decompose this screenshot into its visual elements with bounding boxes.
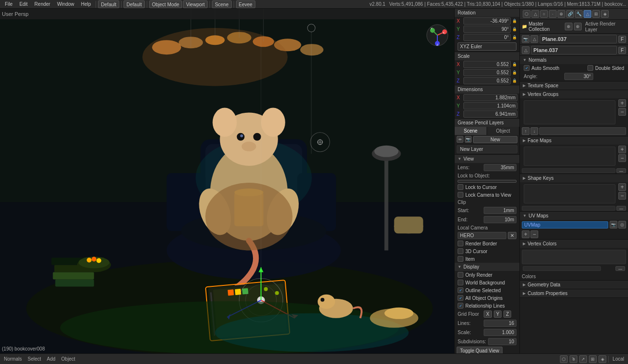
rotation-mode-select[interactable]: XYZ Euler (458, 42, 516, 51)
auto-smooth-cb[interactable] (524, 65, 530, 71)
icon-vertex[interactable]: ◈ (601, 10, 609, 18)
all-origins-cb[interactable] (458, 295, 463, 301)
grid-subdiv-value[interactable]: 10 (488, 338, 516, 345)
icon-data[interactable]: △ (584, 10, 591, 18)
lock-cursor-cb[interactable] (458, 184, 463, 190)
vc-bar-right[interactable]: — (615, 266, 625, 271)
vertex-groups-up[interactable]: ↑ (522, 127, 530, 135)
outline-sel-cb[interactable] (458, 287, 463, 293)
menu-render[interactable]: Render (31, 0, 53, 9)
scale-z-lock[interactable]: 🔒 (512, 78, 517, 84)
bottom-icon-4[interactable]: ⊞ (589, 355, 597, 363)
new-layer-row[interactable]: New Layer (457, 145, 517, 153)
badge-scene2[interactable]: Scene (212, 0, 231, 8)
rotation-x-lock[interactable]: 🔒 (512, 18, 517, 24)
item-cb[interactable] (458, 256, 463, 262)
icon-modifiers[interactable]: 🔧 (575, 10, 583, 18)
bottom-add[interactable]: Add (45, 356, 57, 362)
shape-keys-remove[interactable]: − (618, 192, 626, 200)
scale-header[interactable]: Scale (455, 52, 519, 60)
grid-x-btn[interactable]: X (484, 310, 492, 318)
dim-z-value[interactable]: 6.941mm (463, 110, 517, 118)
bottom-icon-3[interactable]: ↗ (579, 355, 587, 363)
object-name[interactable]: Plane.037 (540, 35, 617, 43)
uvmap-remove[interactable]: − (530, 230, 538, 238)
view-header[interactable]: ▼ View (455, 155, 519, 163)
rotation-z-lock[interactable]: 🔒 (512, 35, 517, 40)
face-maps-list[interactable] (524, 147, 615, 166)
bottom-view[interactable]: Normals (2, 356, 24, 362)
menu-window[interactable]: Window (54, 0, 77, 9)
dim-x-value[interactable]: 1.882mm (463, 94, 517, 101)
new-btn[interactable]: New (473, 136, 517, 143)
relationship-cb[interactable] (458, 303, 463, 309)
scale-y-value[interactable]: 0.552 (463, 69, 511, 76)
vertex-groups-add[interactable]: + (618, 99, 626, 107)
icon-object[interactable]: ⬡ (523, 10, 530, 18)
menu-edit[interactable]: Edit (16, 0, 30, 9)
vertex-groups-down[interactable]: ↓ (530, 127, 538, 135)
camera-icon-gp[interactable]: 📷 (465, 136, 472, 143)
face-maps-remove[interactable]: − (618, 154, 626, 162)
face-maps-add[interactable]: + (618, 146, 626, 153)
pencil-icon[interactable]: ✏ (457, 136, 463, 143)
lock-object-select[interactable] (458, 180, 516, 183)
rotation-x-value[interactable]: -36.499° (463, 17, 511, 25)
obj-icon-cam[interactable]: 📷 (522, 35, 530, 43)
rotation-y-lock[interactable]: 🔒 (512, 27, 517, 32)
tab-object[interactable]: Object (487, 127, 519, 135)
icon-material[interactable]: ○ (540, 10, 548, 18)
bottom-icon-5[interactable]: ◈ (599, 355, 606, 363)
obj-icon-mesh[interactable]: △ (530, 35, 538, 43)
badge-mode[interactable]: Object Mode (149, 0, 182, 8)
angle-value[interactable]: 30° (564, 73, 593, 80)
menu-file[interactable]: File (2, 0, 15, 9)
world-bg-cb[interactable] (458, 280, 463, 285)
shape-keys-add[interactable]: + (618, 183, 626, 191)
scale-x-lock[interactable]: 🔒 (512, 62, 517, 67)
local-camera-value[interactable]: HERO (458, 232, 506, 239)
display-header[interactable]: ▼ Display (455, 263, 519, 271)
dim-y-value[interactable]: 1.104cm (463, 102, 517, 109)
grid-y-btn[interactable]: Y (494, 310, 502, 318)
double-sided-cb[interactable] (587, 65, 593, 71)
plane-name[interactable]: Plane.037 (531, 46, 617, 54)
bottom-icon-1[interactable]: ⬡ (560, 355, 568, 363)
tab-scene[interactable]: Scene (455, 127, 487, 135)
uvmap-camera-icon[interactable]: 📷 (610, 221, 617, 229)
icon-physics[interactable]: ⊕ (558, 10, 565, 18)
bottom-object[interactable]: Object (59, 356, 77, 362)
shape-keys-list[interactable] (524, 184, 615, 203)
cursor-3d-cb[interactable] (458, 248, 463, 254)
grid-scale-value[interactable]: 1.000 (484, 329, 516, 336)
collection-icon-1[interactable]: ⊕ (565, 23, 572, 30)
uvmap-name[interactable]: UVMap (522, 221, 608, 229)
bottom-select[interactable]: Select (26, 356, 43, 362)
dimensions-header[interactable]: Dimensions (455, 85, 519, 94)
rotation-z-value[interactable]: 0° (463, 34, 511, 41)
lock-camera-cb[interactable] (458, 192, 463, 198)
grease-pencil-header[interactable]: Grease Pencil Layers (455, 119, 519, 127)
shape-keys-bar-icon[interactable]: — (616, 206, 626, 211)
texture-space-header[interactable]: ▶ Texture Space (520, 81, 628, 90)
collection-icon-2[interactable]: ⊕ (574, 23, 582, 30)
icon-mesh[interactable]: △ (531, 10, 539, 18)
icon-uv[interactable]: ⊞ (592, 10, 600, 18)
face-maps-bar-icon[interactable]: — (616, 168, 626, 173)
f-badge[interactable]: F (618, 36, 626, 43)
face-maps-header[interactable]: ▶ Face Maps (520, 136, 628, 145)
vertex-colors-header[interactable]: ▶ Vertex Colors (520, 240, 628, 248)
lens-value[interactable]: 35mm (484, 164, 516, 171)
badge-viewport[interactable]: Viewport (183, 0, 208, 8)
scale-z-value[interactable]: 0.552 (463, 77, 511, 84)
shape-keys-header[interactable]: ▶ Shape Keys (520, 174, 628, 182)
plane-icon[interactable]: △ (522, 46, 530, 54)
grid-z-btn[interactable]: Z (503, 310, 511, 318)
grid-lines-value[interactable]: 16 (484, 320, 516, 327)
uvmap-add[interactable]: + (522, 230, 530, 238)
rotation-y-value[interactable]: 90° (463, 26, 511, 33)
menu-help[interactable]: Help (78, 0, 94, 9)
custom-properties-header[interactable]: ▶ Custom Properties (520, 289, 628, 297)
badge-engine[interactable]: Default (98, 0, 119, 8)
vertex-groups-remove[interactable]: − (618, 108, 626, 116)
